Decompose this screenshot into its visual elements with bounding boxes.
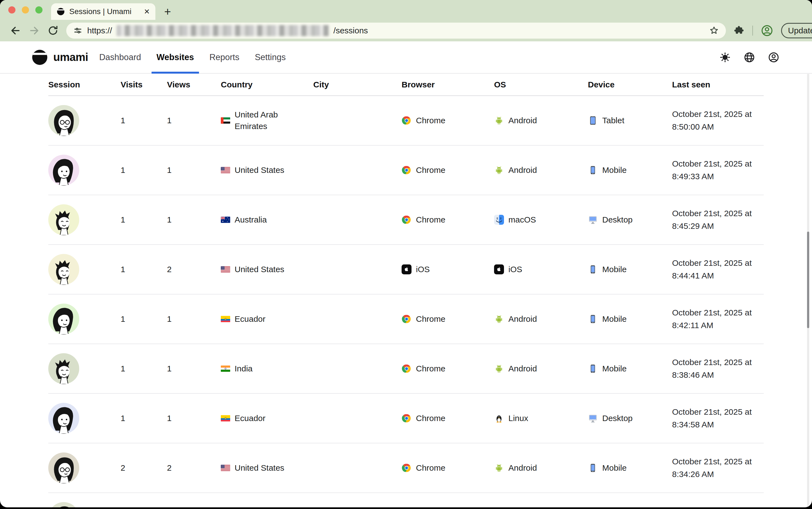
table-row[interactable]: 1 2 United States iOS iOS Mobile October… <box>48 245 764 295</box>
browser-tab-sessions[interactable]: Sessions | Umami ✕ <box>51 3 155 20</box>
theme-sun-icon[interactable] <box>719 52 731 63</box>
last-seen-cell: October 21st, 2025 at 8:49:33 AM <box>672 158 764 183</box>
extensions-puzzle-icon[interactable] <box>733 25 745 36</box>
country-cell: Australia <box>221 214 313 226</box>
last-seen-time: 8:44:41 AM <box>672 269 764 282</box>
avatar[interactable] <box>48 204 79 235</box>
forward-icon[interactable] <box>28 25 40 37</box>
device-cell: Mobile <box>588 314 672 324</box>
avatar[interactable] <box>48 403 79 434</box>
tab-strip: Sessions | Umami ✕ + <box>0 0 812 20</box>
tab-title: Sessions | Umami <box>69 7 139 16</box>
table-row[interactable]: October 21st, 2025 at <box>48 493 764 507</box>
country-flag-icon <box>221 316 230 322</box>
table-row[interactable]: 1 1 India Chrome Android Mobile October … <box>48 344 764 394</box>
bookmark-star-icon[interactable] <box>709 25 719 36</box>
device-label: Mobile <box>602 165 627 175</box>
site-info-icon[interactable] <box>73 26 83 36</box>
views-cell: 2 <box>167 265 221 274</box>
last-seen-date: October 21st, 2025 at <box>672 455 764 468</box>
nav-tab-websites[interactable]: Websites <box>149 41 202 73</box>
browser-icon <box>402 413 411 423</box>
country-cell: Ecuador <box>221 313 313 325</box>
table-row[interactable]: 2 2 United States Chrome Android Mobile … <box>48 443 764 493</box>
avatar[interactable] <box>48 353 79 384</box>
table-row[interactable]: 1 1 Ecuador Chrome Linux Desktop October… <box>48 394 764 443</box>
browser-icon <box>402 215 411 225</box>
visits-cell: 2 <box>121 463 167 473</box>
browser-icon <box>402 463 411 473</box>
browser-cell: Chrome <box>402 215 494 225</box>
device-label: Mobile <box>602 463 627 473</box>
table-row[interactable]: 1 1 Australia Chrome macOS Desktop Octob… <box>48 195 764 245</box>
last-seen-cell: October 21st, 2025 at 8:42:11 AM <box>672 306 764 332</box>
os-cell: Linux <box>494 413 588 423</box>
new-tab-button[interactable]: + <box>164 6 171 18</box>
browser-toolbar: https:// /sessions Update ⋮ <box>0 20 812 41</box>
minimize-window-button[interactable] <box>22 6 29 13</box>
toolbar-divider <box>752 26 753 36</box>
language-globe-icon[interactable] <box>744 52 755 63</box>
avatar[interactable] <box>48 452 79 483</box>
browser-cell: Chrome <box>402 463 494 473</box>
zoom-window-button[interactable] <box>35 6 42 13</box>
visits-cell: 1 <box>121 165 167 175</box>
device-icon <box>588 115 598 126</box>
views-cell: 1 <box>167 414 221 423</box>
os-label: Android <box>508 463 537 473</box>
browser-window: Sessions | Umami ✕ + https:// /sessions <box>0 0 812 507</box>
avatar-illustration <box>48 155 79 185</box>
browser-cell: Chrome <box>402 413 494 423</box>
table-row[interactable]: 1 1 United Arab Emirates Chrome Android … <box>48 96 764 145</box>
umami-brand[interactable]: umami <box>31 41 88 73</box>
avatar[interactable] <box>48 502 79 507</box>
scrollbar-thumb[interactable] <box>807 232 809 328</box>
url-protocol: https:// <box>87 26 112 35</box>
session-cell <box>48 304 121 335</box>
avatar[interactable] <box>48 304 79 335</box>
browser-icon <box>402 314 411 324</box>
os-cell: Android <box>494 364 588 374</box>
refresh-icon[interactable] <box>47 25 59 37</box>
browser-cell: Chrome <box>402 165 494 175</box>
browser-label: Chrome <box>416 463 445 473</box>
nav-tab-dashboard[interactable]: Dashboard <box>91 41 149 73</box>
device-cell: Tablet <box>588 115 672 126</box>
avatar[interactable] <box>48 254 79 285</box>
last-seen-date: October 21st, 2025 at <box>672 406 764 418</box>
device-icon <box>588 364 598 374</box>
session-cell <box>48 452 121 483</box>
update-button[interactable]: Update ⋮ <box>781 23 812 38</box>
address-bar[interactable]: https:// /sessions <box>66 23 726 39</box>
close-window-button[interactable] <box>8 6 15 13</box>
device-label: Mobile <box>602 265 627 274</box>
avatar-illustration <box>48 403 79 434</box>
tab-close-icon[interactable]: ✕ <box>144 7 150 16</box>
last-seen-time: 8:49:33 AM <box>672 170 764 183</box>
browser-profile-icon[interactable] <box>761 24 773 37</box>
last-seen-cell: October 21st, 2025 at 8:50:00 AM <box>672 108 764 133</box>
table-row[interactable]: 1 1 Ecuador Chrome Android Mobile Octobe… <box>48 295 764 344</box>
col-header-browser: Browser <box>402 80 494 89</box>
nav-tab-settings[interactable]: Settings <box>247 41 293 73</box>
table-row[interactable]: 1 1 United States Chrome Android Mobile … <box>48 145 764 195</box>
last-seen-time: 8:45:29 AM <box>672 220 764 233</box>
os-label: macOS <box>508 215 536 225</box>
country-flag-icon <box>221 167 230 173</box>
profile-user-icon[interactable] <box>768 52 779 63</box>
country-cell: United States <box>221 164 313 176</box>
umami-favicon-icon <box>57 7 65 16</box>
visits-cell: 1 <box>121 116 167 125</box>
country-cell: United States <box>221 264 313 275</box>
back-icon[interactable] <box>9 25 22 37</box>
os-icon <box>494 165 504 175</box>
device-icon <box>588 215 598 225</box>
browser-icon <box>402 165 411 175</box>
col-header-city: City <box>313 80 402 89</box>
avatar[interactable] <box>48 105 79 136</box>
avatar[interactable] <box>48 155 79 185</box>
os-icon <box>494 215 504 225</box>
browser-cell: Chrome <box>402 115 494 126</box>
nav-tab-reports[interactable]: Reports <box>202 41 247 73</box>
device-icon <box>588 463 598 473</box>
